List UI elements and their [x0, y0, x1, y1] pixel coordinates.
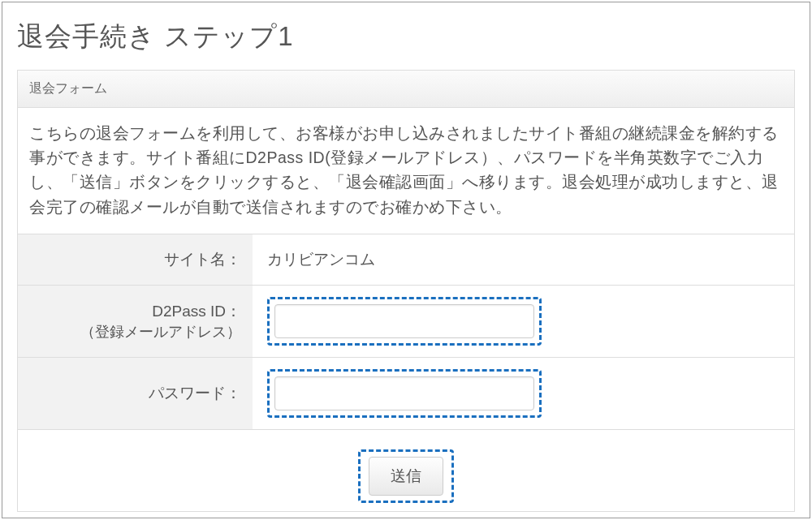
password-highlight	[267, 369, 542, 418]
panel-description: こちらの退会フォームを利用して、お客様がお申し込みされましたサイト番組の継続課金…	[18, 108, 794, 234]
password-input[interactable]	[274, 376, 534, 410]
d2pass-id-value-cell	[253, 286, 794, 357]
d2pass-id-label-main: D2Pass ID：	[152, 301, 241, 323]
d2pass-id-highlight	[267, 297, 542, 346]
page-title: 退会手続き ステップ1	[17, 19, 795, 55]
password-value-cell	[253, 358, 794, 429]
site-name-value: カリビアンコム	[253, 234, 794, 286]
password-row: パスワード：	[18, 358, 794, 430]
site-name-row: サイト名： カリビアンコム	[18, 234, 794, 286]
d2pass-id-input[interactable]	[274, 304, 534, 338]
panel-header: 退会フォーム	[18, 71, 794, 108]
d2pass-id-row: D2Pass ID： （登録メールアドレス）	[18, 286, 794, 358]
withdrawal-form-panel: 退会フォーム こちらの退会フォームを利用して、お客様がお申し込みされましたサイト…	[17, 70, 795, 512]
submit-button[interactable]: 送信	[369, 457, 443, 496]
submit-highlight: 送信	[358, 449, 454, 503]
site-name-label: サイト名：	[18, 234, 253, 286]
page-container: 退会手続き ステップ1 退会フォーム こちらの退会フォームを利用して、お客様がお…	[2, 2, 810, 518]
password-label: パスワード：	[18, 358, 253, 429]
d2pass-id-label-sub: （登録メールアドレス）	[80, 322, 241, 342]
submit-section: 送信	[18, 430, 794, 511]
d2pass-id-label: D2Pass ID： （登録メールアドレス）	[18, 286, 253, 357]
